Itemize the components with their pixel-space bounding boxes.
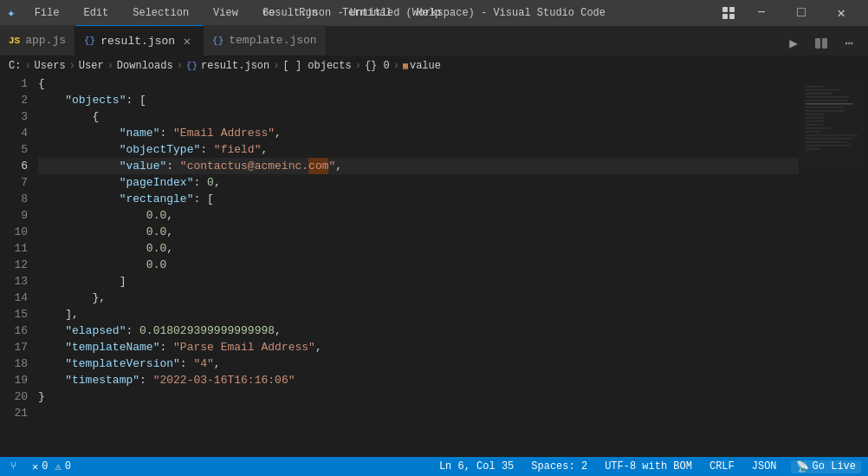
maximize-button[interactable]: □ [781, 0, 821, 26]
line-number-2: 2 [0, 92, 28, 108]
minimap [799, 75, 868, 457]
git-branch[interactable]: ⑂ [7, 460, 20, 473]
line-number-11: 11 [0, 240, 28, 257]
errors-count[interactable]: ✕ 0 ⚠ 0 [29, 460, 74, 473]
position-text: Ln 6, Col 35 [439, 460, 514, 473]
error-icon: ✕ [32, 460, 38, 473]
tab-label-result-json: result.json [100, 35, 175, 48]
layout-icon[interactable] [716, 0, 742, 26]
code-line-17: "templateName": "Parse Email Address", [38, 339, 799, 355]
close-button[interactable]: ✕ [821, 0, 861, 26]
code-line-16: "elapsed": 0.018029399999999998, [38, 323, 799, 339]
line-number-13: 13 [0, 273, 28, 290]
code-line-2: "objects": [ [38, 92, 799, 108]
json-icon-result: {} [84, 36, 95, 46]
breadcrumb-value[interactable]: value [410, 60, 441, 72]
tab-result-json[interactable]: {} result.json ✕ [75, 25, 204, 55]
code-line-3: { [38, 108, 799, 125]
line-number-20: 20 [0, 388, 28, 405]
title-bar: ✦ File Edit Selection View Go Run Termin… [0, 0, 868, 26]
code-line-11: 0.0, [38, 240, 799, 257]
go-live-button[interactable]: 📡 Go Live [791, 460, 861, 473]
tab-label-app-js: app.js [25, 34, 66, 47]
warning-icon: ⚠ [55, 460, 61, 473]
line-number-16: 16 [0, 323, 28, 339]
breadcrumb-c[interactable]: C: [9, 60, 21, 72]
tab-label-template-json: template.json [229, 34, 316, 47]
line-number-9: 9 [0, 207, 28, 224]
code-line-20: } [38, 388, 799, 405]
line-number-19: 19 [0, 372, 28, 388]
tab-bar: JS app.js {} result.json ✕ {} template.j… [0, 26, 868, 56]
language-mode[interactable]: JSON [748, 460, 781, 473]
code-line-4: "name": "Email Address", [38, 125, 799, 141]
cursor-position[interactable]: Ln 6, Col 35 [436, 460, 517, 473]
code-line-14: }, [38, 290, 799, 306]
breadcrumb-objects[interactable]: [ ] objects [282, 60, 351, 72]
code-line-18: "templateVersion": "4", [38, 355, 799, 372]
tab-close-result-json[interactable]: ✕ [180, 34, 194, 48]
line-number-7: 7 [0, 174, 28, 191]
live-icon: 📡 [796, 460, 809, 473]
line-number-17: 17 [0, 339, 28, 355]
line-number-6: 6 [0, 158, 28, 174]
spaces-text: Spaces: 2 [531, 460, 587, 473]
code-line-19: "timestamp": "2022-03-16T16:16:06" [38, 372, 799, 388]
breadcrumb-user[interactable]: User [79, 60, 104, 72]
code-line-8: "rectangle": [ [38, 191, 799, 207]
run-button[interactable]: ▶ [781, 31, 806, 55]
breadcrumb-0[interactable]: {} 0 [365, 60, 390, 72]
svg-rect-1 [729, 7, 735, 12]
minimize-button[interactable]: − [742, 0, 781, 26]
svg-rect-4 [815, 38, 820, 49]
app-icon: ✦ [7, 4, 16, 22]
svg-rect-2 [722, 14, 728, 19]
line-numbers: 123456789101112131415161718192021 [0, 75, 35, 457]
breadcrumb: C: › Users › User › Downloads › {} resul… [0, 56, 868, 75]
json-icon-template: {} [212, 36, 223, 46]
menu-view[interactable]: View [208, 5, 243, 21]
menu-selection[interactable]: Selection [127, 5, 194, 21]
code-area[interactable]: { "objects": [ { "name": "Email Address"… [35, 75, 799, 457]
code-line-1: { [38, 75, 799, 92]
indentation[interactable]: Spaces: 2 [528, 460, 591, 473]
line-number-18: 18 [0, 355, 28, 372]
breadcrumb-result-json[interactable]: result.json [201, 60, 269, 72]
breadcrumb-downloads[interactable]: Downloads [117, 60, 173, 72]
svg-rect-0 [722, 7, 728, 12]
code-line-5: "objectType": "field", [38, 141, 799, 158]
line-number-15: 15 [0, 306, 28, 323]
lineending-text: CRLF [709, 460, 735, 473]
menu-edit[interactable]: Edit [78, 5, 113, 21]
breadcrumb-users[interactable]: Users [35, 60, 66, 72]
line-number-4: 4 [0, 125, 28, 141]
tab-actions: ▶ ⋯ [774, 31, 868, 55]
svg-rect-26 [802, 82, 865, 169]
menu-file[interactable]: File [29, 5, 65, 21]
line-number-10: 10 [0, 224, 28, 240]
split-editor-button[interactable] [809, 31, 833, 55]
code-line-13: ] [38, 273, 799, 290]
line-number-14: 14 [0, 290, 28, 306]
code-line-6: "value": "contactus@acmeinc.com", [38, 158, 799, 174]
editor-area: 123456789101112131415161718192021 { "obj… [0, 75, 868, 457]
code-line-12: 0.0 [38, 257, 799, 273]
breadcrumb-value-icon: ▦ [403, 61, 408, 71]
status-bar: ⑂ ✕ 0 ⚠ 0 Ln 6, Col 35 Spaces: 2 UTF-8 w… [0, 457, 868, 476]
line-number-1: 1 [0, 75, 28, 92]
code-line-7: "pageIndex": 0, [38, 174, 799, 191]
code-line-10: 0.0, [38, 224, 799, 240]
line-number-5: 5 [0, 141, 28, 158]
more-actions-button[interactable]: ⋯ [837, 31, 861, 55]
tab-app-js[interactable]: JS app.js [0, 25, 75, 55]
language-text: JSON [752, 460, 777, 473]
encoding-text: UTF-8 with BOM [605, 460, 692, 473]
line-number-8: 8 [0, 191, 28, 207]
line-ending[interactable]: CRLF [706, 460, 738, 473]
js-icon: JS [9, 36, 20, 46]
code-line-9: 0.0, [38, 207, 799, 224]
tab-template-json[interactable]: {} template.json [204, 25, 327, 55]
line-number-21: 21 [0, 405, 28, 421]
encoding[interactable]: UTF-8 with BOM [601, 460, 696, 473]
window-controls: − □ ✕ [716, 0, 861, 26]
